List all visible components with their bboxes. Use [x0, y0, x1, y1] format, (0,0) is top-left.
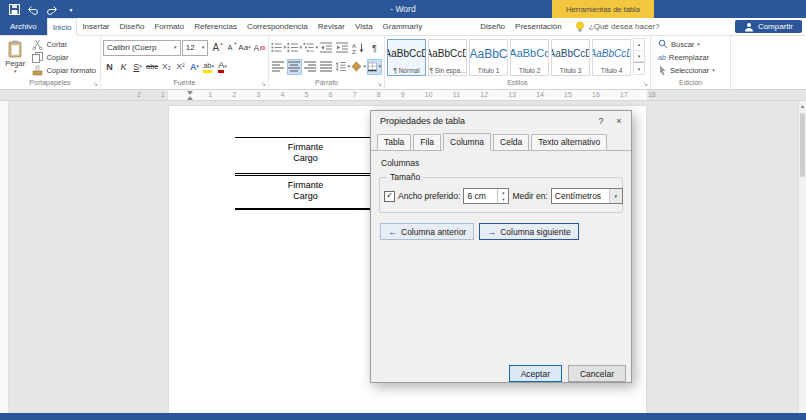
dialog-titlebar[interactable]: Propiedades de tabla ? ×: [371, 111, 631, 131]
cut-button[interactable]: Cortar: [30, 38, 98, 50]
scrollbar-thumb[interactable]: [800, 113, 805, 177]
shading-button[interactable]: ▾: [351, 59, 366, 75]
select-button[interactable]: Seleccionar▾: [656, 64, 728, 76]
spin-down-arrow[interactable]: ▾: [498, 196, 508, 203]
redo-button[interactable]: [46, 3, 58, 15]
ribbon-tab[interactable]: Correspondencia: [242, 18, 313, 35]
accept-button[interactable]: Aceptar: [509, 365, 562, 382]
justify-button[interactable]: [319, 59, 334, 75]
dialog-launcher-icon[interactable]: ↘: [93, 81, 98, 87]
horizontal-ruler[interactable]: 21123456789101112131415161718: [0, 90, 806, 101]
increase-indent-button[interactable]: [335, 40, 350, 56]
ribbon-tab[interactable]: Referencias: [189, 18, 242, 35]
subscript-button[interactable]: X₂: [160, 59, 173, 75]
measure-combobox[interactable]: Centímetros ▾: [551, 188, 623, 204]
ribbon-tab[interactable]: Grammarly: [378, 18, 428, 35]
font-color-button[interactable]: A▾: [216, 59, 229, 75]
format-painter-button[interactable]: Copiar formato: [30, 64, 98, 76]
font-size-select[interactable]: 12▾: [182, 40, 209, 56]
tell-me-box[interactable]: ¿Qué desea hacer?: [567, 18, 668, 35]
highlight-color-button[interactable]: ab▾: [202, 59, 215, 75]
ruler-number: 15: [564, 90, 572, 100]
contextual-tab[interactable]: Diseño: [475, 18, 510, 35]
dialog-tab[interactable]: Tabla: [377, 134, 411, 150]
bold-button[interactable]: N: [103, 59, 116, 75]
change-case-button[interactable]: Aa▾: [237, 40, 251, 56]
clear-formatting-button[interactable]: A: [253, 40, 266, 56]
style-preview: AaBbCcD: [428, 40, 467, 67]
style-tile[interactable]: AaBbCc Título 2: [510, 39, 549, 76]
ribbon-tab[interactable]: Vista: [350, 18, 378, 35]
font-family-select[interactable]: Calibri (Cuerp▾: [103, 40, 181, 56]
ribbon-tab[interactable]: Insertar: [77, 18, 114, 35]
dialog-launcher-icon[interactable]: ↘: [643, 81, 648, 87]
table-cell-line1: Firmante: [235, 180, 376, 191]
table-row[interactable]: Firmante Cargo: [235, 138, 376, 173]
customize-qat-button[interactable]: ▾: [65, 3, 77, 15]
align-right-button[interactable]: [303, 59, 318, 75]
superscript-button[interactable]: X²: [174, 59, 187, 75]
width-spinner[interactable]: 6 cm ▴ ▾: [463, 188, 509, 204]
strikethrough-button[interactable]: abc: [145, 59, 159, 75]
table-row[interactable]: Firmante Cargo: [235, 173, 376, 208]
size-groupbox: Tamaño ✓ Ancho preferido: 6 cm ▴ ▾ Medir…: [379, 177, 623, 213]
align-center-button[interactable]: [287, 59, 302, 75]
tab-archivo[interactable]: Archivo: [0, 18, 47, 35]
table-tools-badge[interactable]: Herramientas de tabla: [552, 0, 654, 18]
styles-more-button[interactable]: ▾: [634, 62, 644, 74]
style-tile[interactable]: AaBbCcD Título 3: [551, 39, 590, 76]
dropdown-arrow-icon[interactable]: ▾: [609, 189, 622, 203]
dialog-tab[interactable]: Columna: [443, 133, 491, 150]
italic-button[interactable]: K: [117, 59, 130, 75]
vertical-ruler[interactable]: [0, 101, 9, 413]
style-tile[interactable]: AaBbC Título 1: [469, 39, 508, 76]
style-tile[interactable]: AaBbCcD Título 4: [592, 39, 631, 76]
dialog-launcher-icon[interactable]: ↘: [261, 81, 266, 87]
dialog-launcher-icon[interactable]: ↘: [377, 81, 382, 87]
ribbon-tab[interactable]: Inicio: [47, 18, 78, 36]
styles-scroll-down[interactable]: ▾: [634, 51, 644, 63]
borders-button[interactable]: ▾: [367, 59, 382, 75]
ribbon-tab[interactable]: Diseño: [115, 18, 150, 35]
outdent-icon: [320, 42, 333, 53]
cancel-button[interactable]: Cancelar: [568, 365, 626, 382]
replace-button[interactable]: ab Reemplazar: [656, 51, 728, 63]
dialog-tab[interactable]: Texto alternativo: [531, 134, 607, 150]
vertical-scrollbar[interactable]: ▴: [798, 101, 806, 413]
scroll-up-arrow[interactable]: ▴: [799, 102, 806, 109]
bullets-button[interactable]: ▾: [271, 40, 286, 56]
styles-scroll-up[interactable]: ▴: [634, 39, 644, 51]
style-tile[interactable]: AaBbCcD ¶ Normal: [387, 39, 426, 76]
undo-button[interactable]: [27, 3, 39, 15]
ribbon-tab[interactable]: Formato: [149, 18, 189, 35]
dialog-help-button[interactable]: ?: [592, 114, 610, 129]
text-effects-button[interactable]: A▾: [188, 59, 201, 75]
preferred-width-checkbox[interactable]: ✓: [384, 191, 395, 202]
numbering-button[interactable]: ▾: [287, 40, 302, 56]
style-tile[interactable]: AaBbCcD ¶ Sin espa...: [428, 39, 467, 76]
save-button[interactable]: [8, 3, 20, 15]
dialog-tab[interactable]: Fila: [413, 134, 441, 150]
decrease-indent-button[interactable]: [319, 40, 334, 56]
dialog-close-button[interactable]: ×: [610, 114, 628, 129]
ribbon-tab[interactable]: Revisar: [313, 18, 350, 35]
grow-font-button[interactable]: A▴: [209, 40, 222, 56]
sort-button[interactable]: AZ: [351, 40, 366, 56]
paste-button[interactable]: Pegar ▾: [2, 38, 28, 76]
spin-up-arrow[interactable]: ▴: [498, 189, 508, 196]
underline-button[interactable]: S▾: [131, 59, 144, 75]
show-formatting-marks-button[interactable]: ¶: [367, 40, 382, 56]
indent-marker[interactable]: [187, 91, 194, 100]
share-button[interactable]: Compartir: [735, 20, 802, 33]
next-column-button[interactable]: → Columna siguiente: [479, 223, 578, 240]
contextual-tab[interactable]: Presentación: [510, 18, 567, 35]
line-spacing-button[interactable]: ▾: [335, 59, 350, 75]
dialog-tab[interactable]: Celda: [493, 134, 529, 150]
shrink-font-button[interactable]: A▾: [223, 40, 236, 56]
ruler-number: 3: [256, 90, 260, 100]
multilevel-list-button[interactable]: ▾: [303, 40, 318, 56]
copy-button[interactable]: Copiar: [30, 51, 98, 63]
find-button[interactable]: Buscar▾: [656, 38, 728, 50]
previous-column-button[interactable]: ← Columna anterior: [380, 223, 474, 240]
align-left-button[interactable]: [271, 59, 286, 75]
